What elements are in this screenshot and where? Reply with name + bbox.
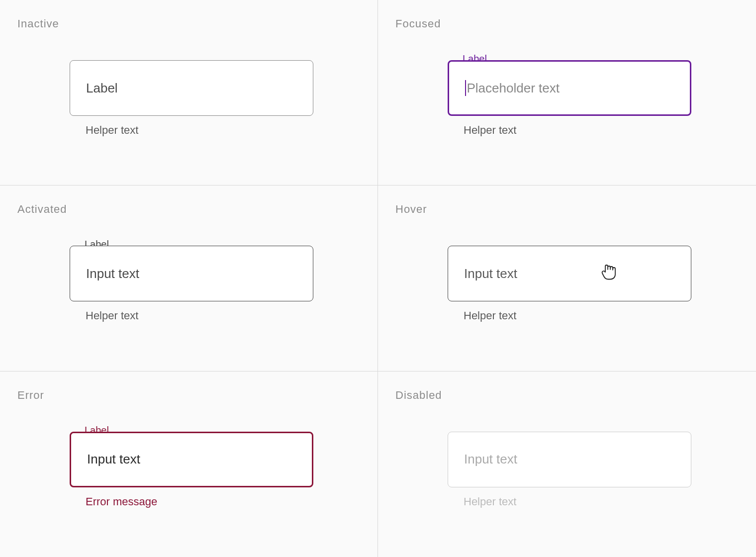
- input-value: Input text: [86, 266, 139, 281]
- text-field-disabled: Input text Helper text: [448, 432, 691, 508]
- input-box[interactable]: Placeholder text: [448, 60, 691, 116]
- helper-text: Helper text: [464, 124, 691, 137]
- state-activated: Activated Label Input text Helper text: [0, 186, 378, 371]
- input-value: Input text: [464, 266, 517, 281]
- state-hover: Hover Input text Helper text: [378, 186, 756, 371]
- input-value: Input text: [464, 452, 517, 467]
- state-error: Error Label Input text Error message: [0, 371, 378, 557]
- state-title-disabled: Disabled: [395, 389, 739, 402]
- state-focused: Focused Label Placeholder text Helper te…: [378, 0, 756, 186]
- text-field-focused[interactable]: Label Placeholder text Helper text: [448, 60, 691, 137]
- input-box[interactable]: Input text: [70, 246, 313, 301]
- state-inactive: Inactive Label Helper text: [0, 0, 378, 186]
- helper-text: Helper text: [464, 495, 691, 508]
- text-cursor-icon: [465, 80, 466, 96]
- input-value: Input text: [87, 452, 140, 467]
- state-title-activated: Activated: [17, 203, 360, 216]
- state-disabled: Disabled Input text Helper text: [378, 371, 756, 557]
- state-title-hover: Hover: [395, 203, 739, 216]
- text-field-error[interactable]: Label Input text Error message: [70, 432, 313, 508]
- input-box[interactable]: Input text: [448, 246, 691, 301]
- pointer-cursor-icon: [601, 264, 616, 284]
- placeholder-text: Placeholder text: [467, 81, 560, 96]
- state-title-error: Error: [17, 389, 360, 402]
- helper-text: Helper text: [86, 309, 313, 322]
- text-field-activated[interactable]: Label Input text Helper text: [70, 246, 313, 322]
- helper-text: Helper text: [464, 309, 691, 322]
- text-field-inactive[interactable]: Label Helper text: [70, 60, 313, 137]
- state-title-focused: Focused: [395, 17, 739, 30]
- input-box[interactable]: Label: [70, 60, 313, 116]
- input-box: Input text: [448, 432, 691, 487]
- helper-text: Helper text: [86, 124, 313, 137]
- label-inline: Label: [86, 81, 118, 96]
- text-field-hover[interactable]: Input text Helper text: [448, 246, 691, 322]
- error-message: Error message: [86, 495, 313, 508]
- state-title-inactive: Inactive: [17, 17, 360, 30]
- input-box[interactable]: Input text: [70, 432, 313, 487]
